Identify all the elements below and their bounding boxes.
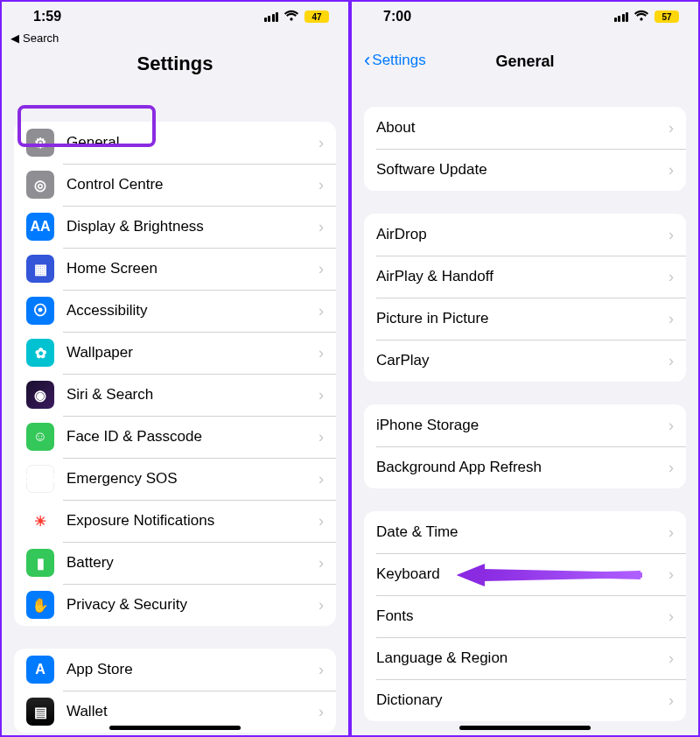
settings-group: AirDrop›AirPlay & Handoff›Picture in Pic…	[364, 214, 686, 382]
row-accessibility[interactable]: ⦿Accessibility›	[14, 290, 336, 332]
row-home-screen[interactable]: ▦Home Screen›	[14, 248, 336, 290]
row-carplay[interactable]: CarPlay›	[364, 340, 686, 382]
faceid-icon: ☺	[26, 423, 54, 451]
row-label: Fonts	[376, 607, 668, 625]
control-centre-icon: ◎	[26, 171, 54, 199]
row-about[interactable]: About›	[364, 107, 686, 149]
row-background[interactable]: Background App Refresh›	[364, 446, 686, 488]
battery-level: 57	[654, 11, 679, 23]
chevron-right-icon: ›	[318, 134, 324, 152]
settings-group: About›Software Update›	[364, 107, 686, 191]
siri-icon: ◉	[26, 381, 54, 409]
row-label: Display & Brightness	[66, 218, 318, 235]
row-label: Wallet	[66, 703, 318, 720]
row-label: Background App Refresh	[376, 459, 668, 476]
back-label: Settings	[372, 52, 425, 69]
home-indicator[interactable]	[109, 726, 241, 730]
row-label: Home Screen	[66, 260, 318, 277]
wifi-icon	[634, 9, 649, 25]
row-label: AirDrop	[376, 226, 668, 243]
battery-icon: ▮	[26, 549, 54, 577]
page-title: General	[495, 53, 554, 71]
row-software-update[interactable]: Software Update›	[364, 149, 686, 191]
row-label: Exposure Notifications	[66, 512, 318, 530]
row-label: Privacy & Security	[66, 596, 318, 614]
row-control-centre[interactable]: ◎Control Centre›	[14, 164, 336, 206]
chevron-right-icon: ›	[668, 226, 674, 244]
row-label: Wallpaper	[66, 344, 318, 361]
row-dictionary[interactable]: Dictionary›	[364, 679, 686, 721]
row-exposure[interactable]: ☀Exposure Notifications›	[14, 500, 336, 542]
status-bar: 7:00 57	[352, 2, 698, 32]
battery-level: 47	[304, 11, 329, 23]
home-screen-icon: ▦	[26, 255, 54, 283]
chevron-right-icon: ›	[318, 554, 324, 572]
row-label: Dictionary	[376, 691, 668, 709]
chevron-right-icon: ›	[318, 218, 324, 236]
chevron-right-icon: ›	[318, 260, 324, 278]
row-label: CarPlay	[376, 352, 668, 369]
row-label: iPhone Storage	[376, 417, 668, 434]
row-label: General	[66, 134, 318, 151]
row-label: About	[376, 119, 668, 137]
back-button[interactable]: ‹ Settings	[364, 51, 426, 70]
row-label: Language & Region	[376, 649, 668, 667]
row-general[interactable]: ⚙General›	[14, 122, 336, 164]
home-indicator[interactable]	[459, 726, 591, 730]
chevron-left-icon: ◀	[10, 32, 19, 45]
row-label: Emergency SOS	[66, 470, 318, 488]
row-language[interactable]: Language & Region›	[364, 637, 686, 679]
row-app-store[interactable]: AApp Store›	[14, 649, 336, 691]
chevron-right-icon: ›	[318, 512, 324, 530]
row-siri[interactable]: ◉Siri & Search›	[14, 374, 336, 416]
chevron-right-icon: ›	[668, 607, 674, 626]
page-title: Settings	[137, 53, 214, 75]
general-list[interactable]: About›Software Update›AirDrop›AirPlay & …	[352, 107, 698, 721]
cellular-icon	[614, 12, 629, 22]
app-store-icon: A	[26, 656, 54, 684]
wallpaper-icon: ✿	[26, 339, 54, 367]
chevron-right-icon: ›	[318, 470, 324, 488]
breadcrumb-back[interactable]: ◀ Search	[2, 32, 348, 48]
row-date-time[interactable]: Date & Time›	[364, 511, 686, 553]
row-label: Control Centre	[66, 176, 318, 193]
chevron-right-icon: ›	[668, 565, 674, 584]
chevron-right-icon: ›	[668, 459, 674, 477]
row-storage[interactable]: iPhone Storage›	[364, 404, 686, 446]
row-label: Battery	[66, 554, 318, 572]
chevron-right-icon: ›	[668, 352, 674, 370]
row-display[interactable]: AADisplay & Brightness›	[14, 206, 336, 248]
accessibility-icon: ⦿	[26, 297, 54, 325]
settings-list[interactable]: ⚙General›◎Control Centre›AADisplay & Bri…	[2, 122, 348, 737]
row-battery[interactable]: ▮Battery›	[14, 542, 336, 584]
wifi-icon	[284, 9, 299, 25]
row-privacy[interactable]: ✋Privacy & Security›	[14, 584, 336, 626]
row-label: AirPlay & Handoff	[376, 268, 668, 285]
chevron-right-icon: ›	[668, 523, 674, 542]
battery-icon: 47	[304, 11, 329, 23]
row-keyboard[interactable]: Keyboard›	[364, 553, 686, 595]
chevron-right-icon: ›	[668, 691, 674, 710]
status-time: 7:00	[383, 9, 411, 25]
row-pip[interactable]: Picture in Picture›	[364, 298, 686, 340]
row-fonts[interactable]: Fonts›	[364, 595, 686, 637]
general-icon: ⚙	[26, 129, 54, 157]
phone-settings: 1:59 47 ◀ Search Settings ⚙General›◎Cont…	[0, 0, 350, 737]
row-airdrop[interactable]: AirDrop›	[364, 214, 686, 256]
page-header: ‹ Settings General	[352, 46, 698, 84]
breadcrumb-label: Search	[23, 32, 59, 45]
page-header: Settings	[2, 48, 348, 87]
settings-group: AApp Store›▤Wallet›	[14, 649, 336, 733]
chevron-right-icon: ›	[318, 176, 324, 194]
chevron-right-icon: ›	[318, 386, 324, 404]
row-wallpaper[interactable]: ✿Wallpaper›	[14, 332, 336, 374]
chevron-left-icon: ‹	[364, 51, 370, 70]
settings-group: ⚙General›◎Control Centre›AADisplay & Bri…	[14, 122, 336, 626]
settings-group: iPhone Storage›Background App Refresh›	[364, 404, 686, 488]
row-faceid[interactable]: ☺Face ID & Passcode›	[14, 416, 336, 458]
row-airplay[interactable]: AirPlay & Handoff›	[364, 256, 686, 298]
chevron-right-icon: ›	[668, 417, 674, 435]
chevron-right-icon: ›	[318, 302, 324, 320]
row-sos[interactable]: SOSEmergency SOS›	[14, 458, 336, 500]
row-label: Accessibility	[66, 302, 318, 319]
